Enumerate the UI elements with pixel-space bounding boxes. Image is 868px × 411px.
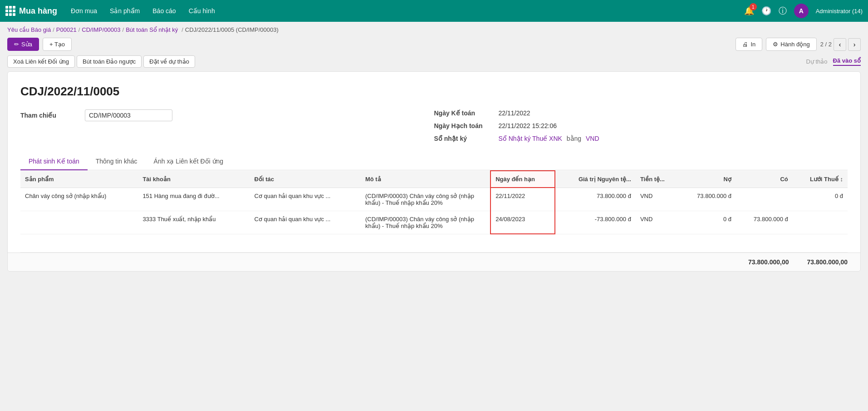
sep-3: / bbox=[123, 26, 124, 33]
status-area: Dự thảo Đã vào sổ bbox=[806, 57, 861, 66]
toolbar-right: 🖨 In ⚙ Hành động 2 / 2 ‹ › bbox=[736, 38, 861, 51]
pagination-next[interactable]: › bbox=[848, 38, 861, 51]
breadcrumb-item-2[interactable]: P00021 bbox=[56, 26, 77, 33]
breadcrumb-item-1[interactable]: Yêu cầu Báo giá bbox=[7, 26, 51, 33]
tab-anh-xa-lien-ket[interactable]: Ánh xạ Liên kết Đối ứng bbox=[146, 153, 232, 170]
tabs: Phát sinh Kế toán Thông tin khác Ánh xạ … bbox=[20, 153, 848, 170]
notification-bell-icon[interactable]: 🔔 1 bbox=[744, 6, 754, 16]
top-navigation: Mua hàng Đơn mua Sản phẩm Báo cáo Cấu hì… bbox=[0, 0, 868, 22]
user-avatar[interactable]: A bbox=[794, 4, 809, 18]
status-posted[interactable]: Đã vào sổ bbox=[833, 57, 861, 66]
form-left: Tham chiếu bbox=[20, 109, 434, 142]
ngay-ke-toan-row: Ngày Kế toán 22/11/2022 bbox=[434, 109, 848, 117]
but-toan-dao-nguoc-button[interactable]: Bút toán Đảo ngược bbox=[77, 55, 142, 68]
col-tai-khoan: Tài khoản bbox=[138, 171, 250, 188]
tham-chieu-value bbox=[85, 109, 172, 121]
so-nhat-ky-label: Sổ nhật ký bbox=[434, 135, 493, 142]
tab-phat-sinh-ke-toan[interactable]: Phát sinh Kế toán bbox=[20, 153, 88, 170]
dat-ve-du-thao-button[interactable]: Đặt về dự thảo bbox=[143, 55, 195, 68]
table-row: 3333 Thuế xuất, nhập khẩu Cơ quan hải qu… bbox=[20, 211, 848, 234]
row1-mo-ta: (CD/IMP/00003) Chân váy công sở (nhập kh… bbox=[361, 188, 490, 211]
row2-co: 73.800.000 đ bbox=[736, 211, 793, 234]
row1-doi-tac: Cơ quan hải quan khu vực ... bbox=[250, 188, 361, 211]
col-gia-tri-nguyen-te: Giá trị Nguyên tệ... bbox=[555, 171, 636, 188]
row1-ngay-den-han: 22/11/2022 bbox=[490, 188, 555, 211]
pagination-text: 2 / 2 bbox=[820, 41, 832, 48]
breadcrumb-item-3[interactable]: CD/IMP/00003 bbox=[82, 26, 120, 33]
pagination: 2 / 2 ‹ › bbox=[820, 38, 861, 51]
col-co: Có bbox=[736, 171, 793, 188]
user-label[interactable]: Administrator (14) bbox=[816, 8, 863, 15]
form-grid: Tham chiếu Ngày Kế toán 22/11/2022 Ngày … bbox=[20, 109, 848, 142]
ngay-ke-toan-value: 22/11/2022 bbox=[499, 109, 530, 117]
col-doi-tac: Đối tác bbox=[250, 171, 361, 188]
row1-san-pham: Chân váy công sở (nhập khẩu) bbox=[20, 188, 138, 211]
edit-button[interactable]: ✏ Sửa bbox=[7, 38, 39, 51]
top-menu: Đơn mua Sản phẩm Báo cáo Cấu hình bbox=[64, 0, 744, 22]
xoa-lien-ket-button[interactable]: Xoá Liên kết Đối ứng bbox=[7, 55, 75, 68]
sep-1: / bbox=[53, 26, 54, 33]
menu-don-mua[interactable]: Đơn mua bbox=[64, 0, 103, 22]
total-co: 73.800.000,00 bbox=[807, 258, 848, 266]
status-draft[interactable]: Dự thảo bbox=[806, 58, 827, 65]
row2-tai-khoan: 3333 Thuế xuất, nhập khẩu bbox=[138, 211, 250, 234]
main-toolbar: ✏ Sửa + Tạo 🖨 In ⚙ Hành động 2 / 2 ‹ › bbox=[0, 35, 868, 54]
breadcrumb: Yêu cầu Báo giá / P00021 / CD/IMP/00003 … bbox=[0, 22, 868, 35]
clock-icon[interactable]: 🕐 bbox=[761, 6, 771, 16]
create-button[interactable]: + Tạo bbox=[43, 38, 72, 51]
ngay-hach-toan-value: 22/11/2022 15:22:06 bbox=[499, 122, 557, 129]
menu-bao-cao[interactable]: Báo cáo bbox=[146, 0, 182, 22]
row1-gia-tri-nguyen-te: 73.800.000 đ bbox=[555, 188, 636, 211]
sep-4: / bbox=[181, 26, 183, 33]
sep-2: / bbox=[78, 26, 80, 33]
col-mo-ta: Mô tả bbox=[361, 171, 490, 188]
row2-no: 0 đ bbox=[679, 211, 736, 234]
breadcrumb-item-4[interactable]: Bút toán Sổ nhật ký bbox=[126, 26, 178, 33]
row1-tai-khoan: 151 Hàng mua đang đi đườ... bbox=[138, 188, 250, 211]
row2-gia-tri-nguyen-te: -73.800.000 đ bbox=[555, 211, 636, 234]
card-footer: 73.800.000,00 73.800.000,00 bbox=[8, 253, 860, 271]
breadcrumb-current: CDJ/2022/11/0005 (CD/IMP/00003) bbox=[185, 26, 279, 33]
notification-badge: 1 bbox=[750, 3, 757, 10]
print-button[interactable]: 🖨 In bbox=[736, 38, 762, 51]
row2-doi-tac: Cơ quan hải quan khu vực ... bbox=[250, 211, 361, 234]
nav-right: 🔔 1 🕐 ⓘ A Administrator (14) bbox=[744, 4, 863, 18]
action-bar-left: Xoá Liên kết Đối ứng Bút toán Đảo ngược … bbox=[7, 55, 195, 68]
total-no: 73.800.000,00 bbox=[748, 258, 789, 266]
grid-icon bbox=[5, 6, 15, 16]
document-title: CDJ/2022/11/0005 bbox=[20, 84, 848, 99]
tham-chieu-row: Tham chiếu bbox=[20, 109, 434, 121]
ngay-ke-toan-label: Ngày Kế toán bbox=[434, 109, 493, 117]
col-ngay-den-han: Ngày đến hạn bbox=[490, 171, 555, 188]
menu-san-pham[interactable]: Sản phẩm bbox=[103, 0, 146, 22]
edit-icon: ✏ bbox=[14, 41, 19, 48]
row1-tien-te: VND bbox=[636, 188, 679, 211]
app-name: Mua hàng bbox=[19, 6, 57, 16]
action-button[interactable]: ⚙ Hành động bbox=[766, 38, 816, 51]
currency-label: VND bbox=[586, 135, 599, 142]
row2-ngay-den-han: 24/08/2023 bbox=[490, 211, 555, 234]
row2-tien-te: VND bbox=[636, 211, 679, 234]
col-san-pham: Sản phẩm bbox=[20, 171, 138, 188]
menu-cau-hinh[interactable]: Cấu hình bbox=[182, 0, 221, 22]
tham-chieu-input[interactable] bbox=[85, 109, 172, 121]
app-logo[interactable]: Mua hàng bbox=[5, 6, 57, 16]
help-icon[interactable]: ⓘ bbox=[779, 5, 787, 16]
table-row: Chân váy công sở (nhập khẩu) 151 Hàng mu… bbox=[20, 188, 848, 211]
so-nhat-ky-link[interactable]: Sổ Nhật ký Thuế XNK bbox=[499, 135, 562, 142]
row1-no: 73.800.000 đ bbox=[679, 188, 736, 211]
journal-table: Sản phẩm Tài khoản Đối tác Mô tả Ngày đế… bbox=[20, 170, 848, 253]
col-tien-te: Tiền tệ... bbox=[636, 171, 679, 188]
row2-luoi-thue bbox=[793, 211, 848, 234]
ngay-hach-toan-row: Ngày Hạch toán 22/11/2022 15:22:06 bbox=[434, 122, 848, 129]
ngay-hach-toan-label: Ngày Hạch toán bbox=[434, 122, 493, 129]
pagination-prev[interactable]: ‹ bbox=[834, 38, 846, 51]
row1-luoi-thue: 0 đ bbox=[793, 188, 848, 211]
so-nhat-ky-row: Sổ nhật ký Sổ Nhật ký Thuế XNK bằng VND bbox=[434, 135, 848, 142]
main-card: CDJ/2022/11/0005 Tham chiếu Ngày Kế toán… bbox=[7, 71, 861, 272]
tab-thong-tin-khac[interactable]: Thông tin khác bbox=[88, 153, 146, 170]
table-row-empty bbox=[20, 234, 848, 252]
row2-mo-ta: (CD/IMP/00003) Chân váy công sở (nhập kh… bbox=[361, 211, 490, 234]
gear-icon: ⚙ bbox=[773, 41, 778, 48]
bang-label: bằng bbox=[567, 135, 583, 142]
